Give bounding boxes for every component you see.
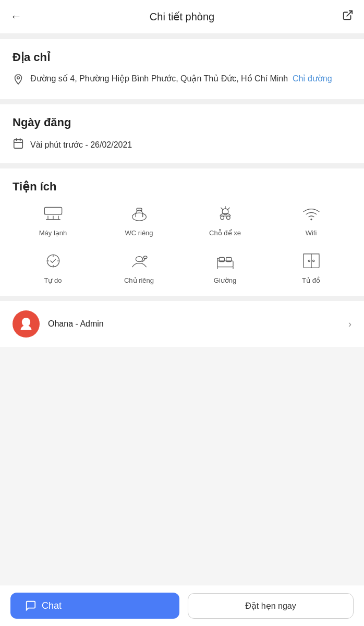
tu-do-quan-ao-icon — [298, 249, 325, 272]
back-button[interactable]: ← — [10, 10, 22, 23]
chat-icon — [25, 600, 37, 611]
tu-do-icon — [40, 249, 67, 272]
amenity-wc-rieng: WC riêng — [99, 202, 179, 237]
tu-do-quan-ao-label: Tủ đồ — [302, 276, 320, 284]
amenity-chu-rieng: Chủ riêng — [99, 249, 179, 284]
bottom-spacer — [0, 347, 364, 399]
contact-row[interactable]: Ohana - Admin › — [0, 296, 364, 347]
address-section: Địa chỉ Đường số 4, Phường Hiệp Bình Phư… — [0, 39, 364, 99]
share-button[interactable] — [342, 9, 354, 24]
giuong-label: Giường — [214, 276, 236, 284]
chevron-right-icon: › — [348, 319, 351, 330]
svg-line-17 — [221, 208, 222, 209]
section-divider-2 — [0, 163, 364, 168]
page-title: Chi tiết phòng — [150, 10, 214, 23]
may-lanh-label: Máy lạnh — [39, 229, 67, 237]
svg-point-1 — [17, 77, 20, 79]
svg-point-19 — [220, 216, 224, 220]
section-divider-top — [0, 34, 364, 39]
address-row: Đường số 4, Phường Hiệp Bình Phước, Quận… — [13, 73, 351, 88]
wc-rieng-icon — [126, 202, 153, 225]
svg-line-0 — [347, 11, 352, 16]
date-row: Vài phút trước - 26/02/2021 — [13, 138, 351, 152]
cho-de-xe-icon — [212, 202, 239, 225]
tu-do-label: Tự do — [44, 276, 62, 284]
chu-rieng-label: Chủ riêng — [124, 276, 154, 284]
book-label: Đặt hẹn ngay — [245, 601, 296, 610]
svg-rect-2 — [14, 140, 23, 149]
amenity-cho-de-xe: Chỗ để xe — [185, 202, 265, 237]
address-title: Địa chỉ — [13, 51, 351, 64]
chat-button[interactable]: Chat — [10, 593, 179, 619]
may-lanh-icon — [40, 202, 67, 225]
chu-rieng-icon — [126, 249, 153, 272]
svg-point-40 — [312, 260, 314, 261]
date-title: Ngày đăng — [13, 116, 351, 129]
amenity-wifi: Wifi — [271, 202, 351, 237]
wc-rieng-label: WC riêng — [125, 229, 153, 237]
svg-point-20 — [226, 216, 230, 220]
book-button[interactable]: Đặt hẹn ngay — [188, 593, 354, 619]
directions-link[interactable]: Chỉ đường — [293, 74, 332, 83]
svg-point-12 — [132, 213, 146, 221]
svg-point-39 — [308, 260, 310, 261]
amenity-tu-do: Tự do — [13, 249, 93, 284]
wifi-icon — [298, 202, 325, 225]
svg-point-27 — [136, 257, 142, 262]
address-text: Đường số 4, Phường Hiệp Bình Phước, Quận… — [30, 73, 332, 85]
location-icon — [13, 74, 24, 88]
svg-point-21 — [310, 219, 312, 220]
giuong-icon — [212, 249, 239, 272]
amenities-section: Tiện ích Máy lạnh WC riêng — [0, 168, 364, 296]
amenities-title: Tiện ích — [13, 180, 351, 194]
bottom-bar: Chat Đặt hẹn ngay — [0, 585, 364, 626]
amenity-may-lanh: Máy lạnh — [13, 202, 93, 237]
amenity-tu-do-quan-ao: Tủ đồ — [271, 249, 351, 284]
svg-line-16 — [228, 208, 229, 209]
section-divider-1 — [0, 99, 364, 104]
date-section: Ngày đăng Vài phút trước - 26/02/2021 — [0, 104, 364, 163]
contact-name: Ohana - Admin — [48, 319, 104, 329]
contact-avatar — [13, 310, 40, 338]
chat-label: Chat — [42, 600, 62, 611]
cho-de-xe-label: Chỗ để xe — [209, 229, 241, 237]
amenity-giuong: Giường — [185, 249, 265, 284]
header: ← Chi tiết phòng — [0, 0, 364, 34]
svg-rect-6 — [44, 207, 62, 214]
calendar-icon — [13, 138, 24, 152]
amenities-grid: Máy lạnh WC riêng — [13, 202, 351, 284]
wifi-label: Wifi — [306, 229, 317, 237]
date-text: Vài phút trước - 26/02/2021 — [30, 140, 132, 150]
